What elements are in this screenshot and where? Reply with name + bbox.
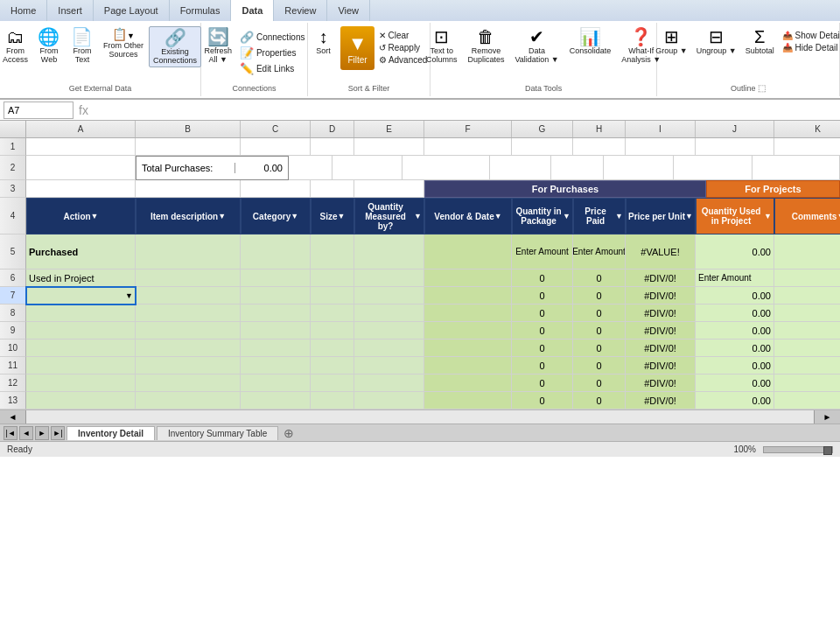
cell-b10[interactable] xyxy=(136,340,241,357)
h-scroll-bar[interactable]: ◄ ► xyxy=(0,410,840,424)
cell-h6[interactable]: 0 xyxy=(573,270,626,287)
cell-i10[interactable]: #DIV/0! xyxy=(626,340,696,357)
tab-review[interactable]: Review xyxy=(274,0,327,21)
cell-h10[interactable]: 0 xyxy=(573,340,626,357)
cell-c10[interactable] xyxy=(241,340,311,357)
cell-i13[interactable]: #DIV/0! xyxy=(626,392,696,410)
col-header-size[interactable]: Size ▼ xyxy=(311,198,354,234)
cell-h12[interactable]: 0 xyxy=(573,374,626,392)
subtotal-button[interactable]: Σ Subtotal xyxy=(742,26,778,57)
cell-e13[interactable] xyxy=(354,392,424,410)
cell-b8[interactable] xyxy=(136,304,241,322)
cell-j6[interactable]: Enter Amount xyxy=(696,270,774,287)
col-header-j[interactable]: J xyxy=(696,121,774,137)
col-header-category[interactable]: Category ▼ xyxy=(241,198,311,234)
cell-a5[interactable]: Purchased xyxy=(26,234,136,270)
properties-button[interactable]: 📝 Properties xyxy=(237,46,308,60)
col-header-g[interactable]: G xyxy=(512,121,573,137)
cell-k2[interactable] xyxy=(752,156,840,180)
cell-e10[interactable] xyxy=(354,340,424,357)
cell-g10[interactable]: 0 xyxy=(512,340,573,357)
cell-i12[interactable]: #DIV/0! xyxy=(626,374,696,392)
cell-h2[interactable] xyxy=(551,156,604,180)
cell-k12[interactable] xyxy=(774,374,840,392)
col-header-item-desc[interactable]: Item description ▼ xyxy=(136,198,241,234)
cell-f12[interactable] xyxy=(424,374,512,392)
cell-a9[interactable] xyxy=(26,322,136,340)
from-access-button[interactable]: 🗂 FromAccess xyxy=(0,26,32,66)
cell-d1[interactable] xyxy=(311,138,354,156)
cell-h9[interactable]: 0 xyxy=(573,322,626,340)
cell-k13[interactable] xyxy=(774,392,840,410)
cell-h11[interactable]: 0 xyxy=(573,357,626,374)
col-header-qty-measured[interactable]: Quantity Measured by? ▼ xyxy=(354,198,424,234)
cell-b7[interactable] xyxy=(136,287,241,304)
col-header-comments[interactable]: Comments ▼ xyxy=(774,198,840,234)
hide-detail-button[interactable]: 📥 Hide Detail xyxy=(780,42,840,53)
cell-a1[interactable] xyxy=(26,138,136,156)
col-header-price-per-unit[interactable]: Price per Unit ▼ xyxy=(626,198,696,234)
cell-k9[interactable] xyxy=(774,322,840,340)
cell-a12[interactable] xyxy=(26,374,136,392)
refresh-all-button[interactable]: 🔄 RefreshAll ▼ xyxy=(200,26,235,66)
cell-c13[interactable] xyxy=(241,392,311,410)
cell-b13[interactable] xyxy=(136,392,241,410)
tab-nav-prev[interactable]: ◄ xyxy=(19,426,33,440)
cell-c9[interactable] xyxy=(241,322,311,340)
col-header-h[interactable]: H xyxy=(573,121,626,137)
cell-i2[interactable] xyxy=(604,156,674,180)
cell-e2[interactable] xyxy=(332,156,402,180)
cell-c12[interactable] xyxy=(241,374,311,392)
connections-button[interactable]: 🔗 Connections xyxy=(237,30,308,45)
cell-e5[interactable] xyxy=(354,234,424,270)
cell-h7[interactable]: 0 xyxy=(573,287,626,304)
cell-h13[interactable]: 0 xyxy=(573,392,626,410)
cell-a10[interactable] xyxy=(26,340,136,357)
tab-nav-left[interactable]: |◄ xyxy=(4,426,18,440)
cell-a8[interactable] xyxy=(26,304,136,322)
cell-j7[interactable]: 0.00 xyxy=(696,287,774,304)
zoom-slider[interactable] xyxy=(763,446,833,453)
text-to-columns-button[interactable]: ⊡ Text toColumns xyxy=(423,26,461,66)
cell-e1[interactable] xyxy=(354,138,424,156)
cell-d12[interactable] xyxy=(311,374,354,392)
cell-i8[interactable]: #DIV/0! xyxy=(626,304,696,322)
cell-h5[interactable]: Enter Amount xyxy=(573,234,626,270)
cell-k8[interactable] xyxy=(774,304,840,322)
cell-e9[interactable] xyxy=(354,322,424,340)
cell-j1[interactable] xyxy=(696,138,774,156)
col-header-k[interactable]: K xyxy=(774,121,840,137)
cell-g1[interactable] xyxy=(512,138,573,156)
data-validation-button[interactable]: ✔ DataValidation ▼ xyxy=(511,26,562,66)
cell-g11[interactable]: 0 xyxy=(512,357,573,374)
cell-e12[interactable] xyxy=(354,374,424,392)
cell-d11[interactable] xyxy=(311,357,354,374)
cell-g6[interactable]: 0 xyxy=(512,270,573,287)
cell-k1[interactable] xyxy=(774,138,840,156)
col-header-qty-used[interactable]: Quantity Used in Project ▼ xyxy=(696,198,774,234)
cell-d8[interactable] xyxy=(311,304,354,322)
cell-f13[interactable] xyxy=(424,392,512,410)
cell-a3[interactable] xyxy=(26,180,136,198)
cell-f6[interactable] xyxy=(424,270,512,287)
edit-links-button[interactable]: ✏️ Edit Links xyxy=(237,61,308,76)
cell-g9[interactable]: 0 xyxy=(512,322,573,340)
cell-h8[interactable]: 0 xyxy=(573,304,626,322)
col-header-c[interactable]: C xyxy=(241,121,311,137)
cell-i5[interactable]: #VALUE! xyxy=(626,234,696,270)
cell-c3[interactable] xyxy=(241,180,311,198)
from-other-sources-button[interactable]: 📋▼ From OtherSources xyxy=(100,26,147,60)
col-header-b[interactable]: B xyxy=(136,121,241,137)
cell-a7[interactable]: ▼ xyxy=(26,287,136,304)
cell-e8[interactable] xyxy=(354,304,424,322)
col-header-a[interactable]: A xyxy=(26,121,136,137)
cell-f9[interactable] xyxy=(424,322,512,340)
cell-j10[interactable]: 0.00 xyxy=(696,340,774,357)
sheet-tab-inventory-detail[interactable]: Inventory Detail xyxy=(66,426,155,440)
cell-j11[interactable]: 0.00 xyxy=(696,357,774,374)
cell-k10[interactable] xyxy=(774,340,840,357)
cell-b1[interactable] xyxy=(136,138,241,156)
cell-f1[interactable] xyxy=(424,138,512,156)
cell-j13[interactable]: 0.00 xyxy=(696,392,774,410)
cell-e3[interactable] xyxy=(354,180,424,198)
